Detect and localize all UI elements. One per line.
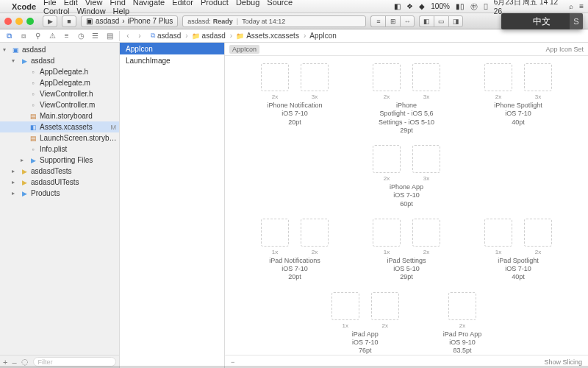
menu-view[interactable]: View	[85, 0, 103, 7]
stop-button[interactable]: ■	[62, 15, 76, 27]
icon-well[interactable]	[261, 63, 289, 91]
icon-well[interactable]	[484, 63, 512, 91]
wifi-icon[interactable]: ⌷	[484, 2, 488, 10]
window-controls	[4, 18, 34, 25]
disclosure-triangle[interactable]: ▸	[12, 168, 18, 174]
tree-row[interactable]: ▸▶Products	[0, 188, 119, 199]
icon-well[interactable]	[524, 63, 552, 91]
icon-well[interactable]	[412, 219, 440, 247]
remove-button[interactable]: –	[12, 358, 16, 367]
canvas-crumb[interactable]: AppIcon	[229, 45, 259, 54]
ime-candidate-window[interactable]: 中文 S	[501, 13, 582, 29]
breadcrumb-segment[interactable]: ⧉asdasd	[151, 32, 190, 40]
disclosure-triangle[interactable]: ▸	[12, 179, 18, 185]
notification-center-icon[interactable]: ≡	[579, 2, 584, 10]
breadcrumb-segment[interactable]: AppIcon	[309, 32, 343, 40]
menu-help[interactable]: Help	[113, 7, 130, 15]
minimize-window[interactable]	[15, 18, 23, 25]
tree-row[interactable]: ◧Assets.xcassetsM	[0, 121, 119, 132]
tree-row[interactable]: ▸▶Supporting Files	[0, 155, 119, 166]
tree-label: LaunchScreen.storyboard	[40, 134, 119, 142]
icon-slot-group: 2x3xiPhone AppiOS 7-1060pt	[373, 145, 440, 208]
menu-find[interactable]: Find	[110, 0, 125, 7]
tree-row[interactable]: ▫ViewController.m	[0, 99, 119, 110]
menu-debug[interactable]: Debug	[236, 0, 259, 7]
standard-editor[interactable]: ≡	[370, 15, 385, 27]
icon-well[interactable]	[371, 292, 399, 320]
scheme-selector[interactable]: ▣ asdasd › iPhone 7 Plus	[81, 15, 178, 27]
outline-item[interactable]: AppIcon	[120, 43, 224, 54]
menu-product[interactable]: Product	[201, 0, 229, 7]
slot-caption: iPad SpotlightiOS 7-1040pt	[484, 257, 552, 282]
assistant-editor[interactable]: ⊞	[385, 15, 400, 27]
navigator-tab-0[interactable]: ⧉	[4, 31, 15, 41]
tree-row[interactable]: ▸▶asdasdUITests	[0, 177, 119, 188]
menu-navigate[interactable]: Navigate	[133, 0, 165, 7]
icon-well[interactable]	[373, 145, 401, 173]
icon-well[interactable]	[524, 219, 552, 247]
tree-row[interactable]: ▫AppDelegate.h	[0, 66, 119, 77]
show-slicing-button[interactable]: Show Slicing	[544, 358, 582, 366]
version-editor[interactable]: ↔	[400, 15, 415, 27]
breadcrumb[interactable]: ⧉asdasd📁asdasd📁Assets.xcassetsAppIcon	[148, 32, 588, 40]
tree-row[interactable]: ▾▶asdasd	[0, 55, 119, 66]
icon-well[interactable]	[301, 63, 329, 91]
icon-well[interactable]	[261, 219, 289, 247]
navigator-tab-1[interactable]: ⧈	[19, 31, 29, 41]
navigator-tab-7[interactable]: ▤	[105, 31, 115, 41]
tree-row[interactable]: ▸▶asdasdTests	[0, 166, 119, 177]
toggle-utilities[interactable]: ◨	[448, 15, 463, 27]
history-forward[interactable]: ›	[135, 32, 145, 40]
ime-side-button[interactable]: S	[570, 13, 583, 29]
app-menu[interactable]: Xcode	[12, 2, 36, 11]
icon-well[interactable]	[301, 219, 329, 247]
toggle-navigator[interactable]: ◧	[419, 15, 434, 27]
toggle-debug[interactable]: ▭	[434, 15, 448, 27]
icon-well[interactable]	[373, 63, 401, 91]
disclosure-triangle[interactable]: ▸	[12, 190, 18, 197]
breadcrumb-segment[interactable]: 📁Assets.xcassets	[236, 32, 308, 40]
zoom-out[interactable]: −	[231, 358, 234, 366]
tree-row[interactable]: ▫AppDelegate.m	[0, 77, 119, 88]
scale-label: 2x	[524, 249, 552, 255]
outline-item[interactable]: LaunchImage	[120, 54, 224, 66]
navigator-tab-3[interactable]: ⚠	[48, 31, 58, 41]
menu-file[interactable]: File	[43, 0, 57, 7]
status-icon: ❖	[406, 2, 413, 10]
icon-well[interactable]	[412, 63, 440, 91]
icon-well[interactable]	[484, 219, 512, 247]
tree-label: asdasdUITests	[31, 178, 119, 186]
menu-editor[interactable]: Editor	[172, 0, 193, 7]
navigator-tab-2[interactable]: ⚲	[33, 31, 43, 41]
icon-well[interactable]	[331, 292, 359, 320]
navigator-tab-4[interactable]: ≡	[62, 31, 72, 41]
navigator-tab-6[interactable]: ☰	[90, 31, 101, 41]
disclosure-triangle[interactable]: ▾	[12, 57, 18, 64]
tree-row[interactable]: ▤LaunchScreen.storyboard	[0, 132, 119, 144]
tree-row[interactable]: ▫ViewController.h	[0, 88, 119, 99]
scale-label: 3x	[412, 175, 440, 182]
slot-caption: iPad Pro AppiOS 9-1083.5pt	[443, 330, 482, 355]
project-navigator: ▾▣asdasd▾▶asdasd▫AppDelegate.h▫AppDelega…	[0, 43, 120, 368]
editor-mode-group: ≡ ⊞ ↔	[370, 15, 415, 27]
ime-icon[interactable]: ㊥	[470, 1, 478, 12]
menu-edit[interactable]: Edit	[64, 0, 78, 7]
zoom-window[interactable]	[26, 18, 34, 25]
spotlight-icon[interactable]: ⌕	[569, 2, 573, 10]
navigator-tab-5[interactable]: ◷	[76, 31, 87, 41]
disclosure-triangle[interactable]: ▸	[21, 157, 26, 163]
add-button[interactable]: +	[3, 358, 7, 367]
icon-well[interactable]	[373, 219, 401, 247]
disclosure-triangle[interactable]: ▾	[3, 46, 9, 53]
tree-row[interactable]: ▾▣asdasd	[0, 44, 119, 55]
close-window[interactable]	[4, 18, 12, 25]
history-back[interactable]: ‹	[123, 32, 133, 40]
run-button[interactable]: ▶	[43, 15, 57, 27]
breadcrumb-segment[interactable]: 📁asdasd	[192, 32, 235, 40]
menu-window[interactable]: Window	[76, 7, 105, 15]
tree-row[interactable]: ▫Info.plist	[0, 144, 119, 155]
tree-row[interactable]: ▤Main.storyboard	[0, 110, 119, 121]
icon-well[interactable]	[448, 292, 476, 320]
history-nav: ‹ ›	[120, 32, 148, 40]
icon-well[interactable]	[412, 145, 440, 173]
